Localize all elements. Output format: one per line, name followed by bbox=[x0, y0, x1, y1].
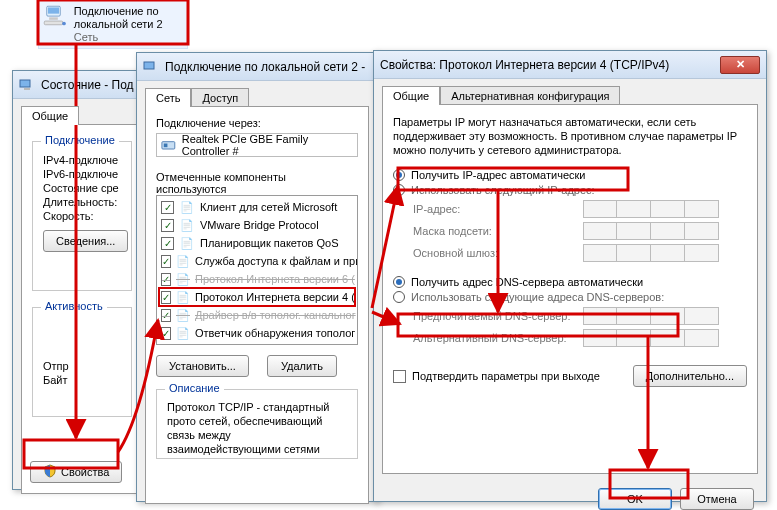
checkbox-icon[interactable]: ✓ bbox=[161, 291, 171, 304]
component-icon: 📄 bbox=[179, 199, 195, 215]
ok-button[interactable]: OK bbox=[598, 488, 672, 510]
group-connection-label: Подключение bbox=[41, 134, 119, 146]
checkbox-icon[interactable]: ✓ bbox=[161, 309, 171, 322]
speed-label: Скорость: bbox=[43, 210, 121, 222]
properties-button[interactable]: Свойства bbox=[30, 461, 122, 483]
status-titlebar[interactable]: Состояние - Под bbox=[13, 71, 151, 99]
window-icon bbox=[143, 59, 159, 75]
ipv6-label: IPv6-подключе bbox=[43, 168, 121, 180]
radio-ip-auto-label: Получить IP-адрес автоматически bbox=[411, 169, 585, 181]
status-window: Состояние - Под Общие Подключение IPv4-п… bbox=[12, 70, 152, 490]
props-titlebar[interactable]: Подключение по локальной сети 2 - bbox=[137, 53, 377, 81]
close-button[interactable]: ✕ bbox=[720, 56, 760, 74]
radio-dns-auto[interactable] bbox=[393, 276, 405, 288]
tab-general[interactable]: Общие bbox=[382, 86, 440, 105]
ip-field bbox=[583, 200, 719, 218]
svg-rect-6 bbox=[24, 88, 30, 90]
svg-rect-1 bbox=[48, 7, 59, 13]
radio-dns-manual-label: Использовать следующие адреса DNS-сервер… bbox=[411, 291, 664, 303]
tab-general[interactable]: Общие bbox=[21, 106, 79, 125]
svg-rect-3 bbox=[44, 21, 63, 25]
component-icon: 📄 bbox=[179, 235, 195, 251]
list-item-tcpip4: ✓📄Протокол Интернета версии 4 ( bbox=[159, 288, 355, 306]
list-item: ✓📄Протокол Интернета версии 6 ( bbox=[159, 270, 355, 288]
svg-rect-7 bbox=[144, 62, 154, 69]
shield-icon bbox=[43, 464, 57, 480]
tcpip-properties-window: Свойства: Протокол Интернета версии 4 (T… bbox=[373, 50, 767, 502]
details-button[interactable]: Сведения... bbox=[43, 230, 128, 252]
mask-label: Маска подсети: bbox=[413, 225, 583, 237]
tab-alt-config[interactable]: Альтернативная конфигурация bbox=[440, 86, 620, 105]
install-button[interactable]: Установить... bbox=[156, 355, 249, 377]
connection-properties-window: Подключение по локальной сети 2 - Сеть Д… bbox=[136, 52, 378, 502]
ipv4-label: IPv4-подключе bbox=[43, 154, 121, 166]
gateway-field bbox=[583, 244, 719, 262]
bytes-label: Байт bbox=[43, 374, 121, 386]
radio-dns-auto-label: Получить адрес DNS-сервера автоматически bbox=[411, 276, 643, 288]
window-icon bbox=[19, 77, 35, 93]
sent-label: Отпр bbox=[43, 360, 121, 372]
component-icon: 📄 bbox=[176, 325, 190, 341]
tcpip-title: Свойства: Протокол Интернета версии 4 (T… bbox=[380, 58, 669, 72]
description-title: Описание bbox=[165, 382, 224, 394]
list-item: ✓📄Планировщик пакетов QoS bbox=[159, 234, 355, 252]
connection-title: Подключение по локальной сети 2 bbox=[74, 5, 183, 31]
components-list[interactable]: ✓📄Клиент для сетей Microsoft ✓📄VMware Br… bbox=[156, 195, 358, 345]
svg-rect-9 bbox=[164, 143, 168, 147]
connect-via-label: Подключение через: bbox=[156, 117, 358, 129]
duration-label: Длительность: bbox=[43, 196, 121, 208]
radio-dns-manual[interactable] bbox=[393, 291, 405, 303]
adapter-field[interactable]: Realtek PCIe GBE Family Controller # bbox=[156, 133, 358, 157]
checkbox-icon[interactable]: ✓ bbox=[161, 255, 171, 268]
media-state-label: Состояние сре bbox=[43, 182, 121, 194]
svg-point-4 bbox=[62, 22, 66, 26]
remove-button[interactable]: Удалить bbox=[267, 355, 337, 377]
network-adapter-icon bbox=[43, 5, 68, 41]
list-item: ✓📄Клиент для сетей Microsoft bbox=[159, 198, 355, 216]
component-icon: 📄 bbox=[176, 289, 190, 305]
dns2-label: Альтернативный DNS-сервер: bbox=[413, 332, 583, 344]
cancel-button[interactable]: Отмена bbox=[680, 488, 754, 510]
tab-network[interactable]: Сеть bbox=[145, 88, 191, 107]
nic-icon bbox=[161, 137, 176, 153]
tab-access[interactable]: Доступ bbox=[191, 88, 249, 107]
list-item: ✓📄Ответчик обнаружения тополог bbox=[159, 324, 355, 342]
component-icon: 📄 bbox=[179, 217, 195, 233]
checkbox-icon[interactable]: ✓ bbox=[161, 273, 171, 286]
dns1-label: Предпочитаемый DNS-сервер: bbox=[413, 310, 583, 322]
list-item: ✓📄Драйвер в/в тополог. канальног bbox=[159, 306, 355, 324]
list-item: ✓📄VMware Bridge Protocol bbox=[159, 216, 355, 234]
confirm-on-exit-checkbox[interactable] bbox=[393, 370, 406, 383]
description-text: Протокол TCP/IP - стандартный прото сете… bbox=[167, 400, 347, 456]
confirm-on-exit-label: Подтвердить параметры при выходе bbox=[412, 370, 600, 382]
network-connection-item[interactable]: Подключение по локальной сети 2 Сеть bbox=[38, 0, 188, 49]
svg-rect-2 bbox=[49, 17, 58, 19]
checkbox-icon[interactable]: ✓ bbox=[161, 237, 174, 250]
component-icon: 📄 bbox=[176, 253, 190, 269]
ip-label: IP-адрес: bbox=[413, 203, 583, 215]
component-icon: 📄 bbox=[176, 271, 190, 287]
mask-field bbox=[583, 222, 719, 240]
advanced-button[interactable]: Дополнительно... bbox=[633, 365, 747, 387]
group-activity-label: Активность bbox=[41, 300, 107, 312]
gw-label: Основной шлюз: bbox=[413, 247, 583, 259]
svg-rect-5 bbox=[20, 80, 30, 87]
components-label: Отмеченные компоненты используются bbox=[156, 171, 358, 195]
dns1-field bbox=[583, 307, 719, 325]
adapter-name: Realtek PCIe GBE Family Controller # bbox=[182, 133, 353, 157]
radio-ip-manual[interactable] bbox=[393, 184, 405, 196]
intro-text: Параметры IP могут назначаться автоматич… bbox=[393, 115, 747, 157]
list-item: ✓📄Служба доступа к файлам и при bbox=[159, 252, 355, 270]
props-title: Подключение по локальной сети 2 - bbox=[165, 60, 365, 74]
checkbox-icon[interactable]: ✓ bbox=[161, 201, 174, 214]
checkbox-icon[interactable]: ✓ bbox=[161, 327, 171, 340]
radio-ip-manual-label: Использовать следующий IP-адрес: bbox=[411, 184, 595, 196]
tcpip-titlebar[interactable]: Свойства: Протокол Интернета версии 4 (T… bbox=[374, 51, 766, 79]
connection-subtitle: Сеть bbox=[74, 31, 183, 44]
close-icon: ✕ bbox=[736, 58, 745, 71]
radio-ip-auto[interactable] bbox=[393, 169, 405, 181]
status-title: Состояние - Под bbox=[41, 78, 134, 92]
checkbox-icon[interactable]: ✓ bbox=[161, 219, 174, 232]
component-icon: 📄 bbox=[176, 307, 190, 323]
dns2-field bbox=[583, 329, 719, 347]
